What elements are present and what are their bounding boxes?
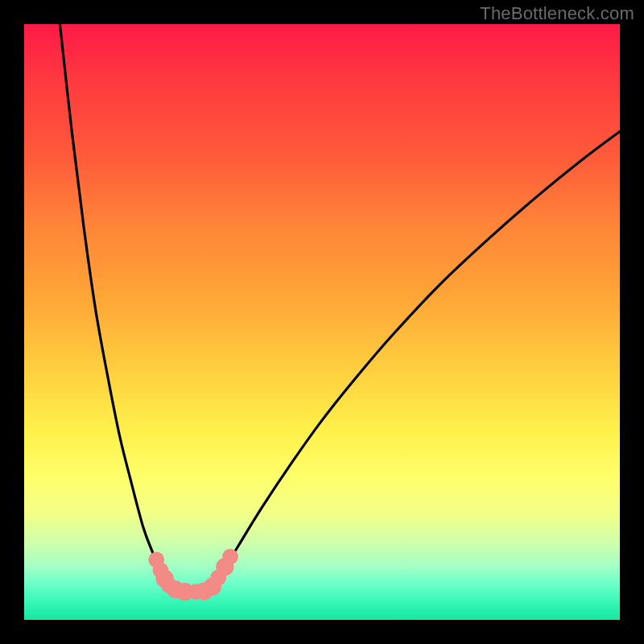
data-marker [222,549,238,565]
chart-frame: TheBottleneck.com [0,0,644,644]
marker-group [148,549,238,601]
curve-group [60,24,620,592]
bottleneck-curve [60,24,620,592]
plot-area [24,24,620,620]
watermark-label: TheBottleneck.com [480,3,634,24]
chart-svg [24,24,620,620]
